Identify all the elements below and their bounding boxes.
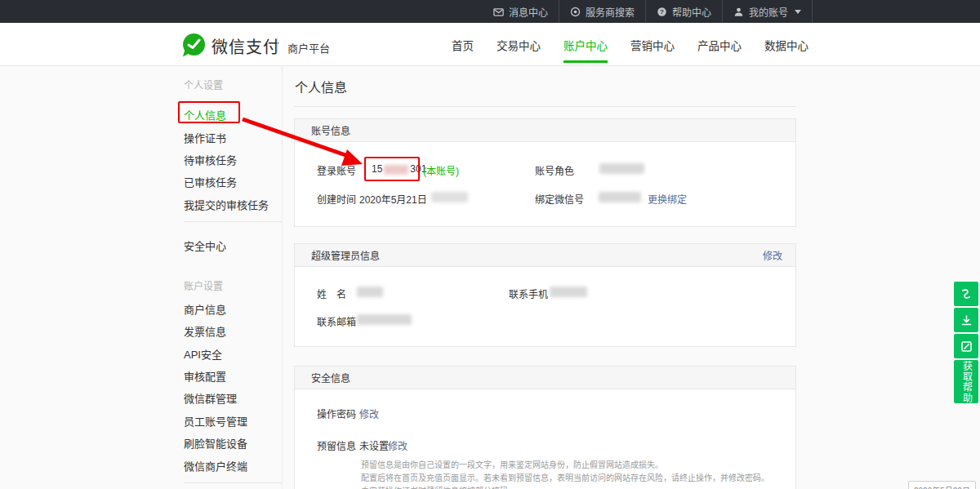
redacted-account-role	[599, 163, 644, 174]
security-info-header: 安全信息	[295, 367, 795, 389]
check-icon	[187, 38, 201, 51]
sidebar-item-review-config[interactable]: 审核配置	[184, 368, 226, 384]
sidebar-item-reviewed[interactable]: 已审核任务	[184, 174, 237, 189]
topbar-item-my-account[interactable]: 我的账号	[723, 0, 813, 23]
section-title: 安全信息	[311, 371, 350, 385]
sidebar-group-personal-settings: 个人设置	[184, 78, 223, 91]
brand-name: 微信支付	[212, 34, 280, 58]
email-label: 联系邮箱	[317, 314, 356, 328]
merchant-platform-page: 消息中心 服务商搜索 ? 帮助中心	[0, 0, 980, 489]
topbar-item-message-center[interactable]: 消息中心	[482, 0, 559, 23]
sidebar-item-personal-info[interactable]: 个人信息	[184, 107, 226, 122]
section-title: 账号信息	[311, 123, 350, 137]
created-time-label: 创建时间	[317, 192, 356, 206]
bind-wechat-label: 绑定微信号	[535, 192, 584, 206]
float-download-button[interactable]	[954, 308, 978, 332]
password-modify-link[interactable]: 修改	[359, 407, 379, 420]
header-separator	[277, 38, 278, 52]
admin-modify-link[interactable]: 修改	[763, 248, 782, 262]
operation-password-label: 操作密码	[317, 407, 356, 420]
account-info-header: 账号信息	[295, 119, 795, 142]
reserved-info-desc-line2: 配置后将在首页及充值页面显示。若未看到预留信息，表明当前访问的网站存在风险，请终…	[361, 471, 769, 483]
active-nav-underline	[564, 60, 608, 63]
section-title: 超级管理员信息	[311, 248, 380, 262]
chevron-down-icon	[795, 10, 801, 14]
sidebar-item-api-security[interactable]: API安全	[184, 346, 222, 362]
nav-marketing-center[interactable]: 营销中心	[630, 37, 675, 53]
sidebar-rule	[184, 221, 282, 222]
nav-home[interactable]: 首页	[452, 37, 474, 53]
admin-info-card: 超级管理员信息 修改 姓 名 联系手机 联系邮箱	[294, 243, 796, 347]
redacted-wechat-id	[599, 192, 641, 202]
sidebar-item-wechat-group-mgmt[interactable]: 微信群管理	[184, 390, 237, 406]
sidebar-item-invoice-info[interactable]: 发票信息	[184, 323, 226, 339]
search-circle-icon	[570, 7, 581, 17]
sidebar-item-security-center[interactable]: 安全中心	[184, 238, 226, 253]
main-nav: 首页 交易中心 账户中心 营销中心 产品中心 数据中心	[452, 23, 808, 66]
edit-icon	[960, 340, 973, 353]
date-tooltip: 2020年5月22日	[908, 481, 976, 489]
header: 微信支付 商户平台 首页 交易中心 账户中心 营销中心 产品中心 数据中心	[0, 23, 980, 66]
wechat-pay-logo[interactable]	[183, 33, 205, 56]
topbar-item-help-center[interactable]: ? 帮助中心	[646, 0, 723, 23]
reserved-info-desc-line1: 预留信息是由你自己设置的一段文字，用来鉴定网站身份，防止假冒网站造成损失。	[361, 458, 663, 470]
portal-name: 商户平台	[287, 40, 330, 56]
sidebar-item-merchant-info[interactable]: 商户信息	[184, 301, 226, 317]
created-time-value: 2020年5月21日	[359, 192, 427, 206]
admin-info-header: 超级管理员信息 修改	[295, 244, 795, 267]
sidebar-item-my-submitted-review[interactable]: 我提交的审核任务	[184, 197, 269, 212]
phone-label: 联系手机	[509, 287, 548, 300]
reserved-modify-link[interactable]: 修改	[388, 438, 408, 452]
float-support-button[interactable]	[954, 282, 978, 306]
svg-text:?: ?	[660, 8, 664, 16]
topbar-menu: 消息中心 服务商搜索 ? 帮助中心	[482, 0, 813, 23]
topbar-item-provider-search[interactable]: 服务商搜索	[559, 0, 646, 23]
name-label: 姓 名	[317, 287, 346, 300]
nav-product-center[interactable]: 产品中心	[697, 37, 742, 53]
support-link-icon	[960, 287, 973, 300]
sidebar-item-staff-account-mgmt[interactable]: 员工账号管理	[184, 413, 247, 429]
download-icon	[960, 314, 973, 327]
float-feedback-button[interactable]	[954, 334, 978, 358]
reserved-info-desc-line3: 未安装操作证书时预留信息将被部分掩码。	[361, 484, 516, 489]
nav-account-center[interactable]: 账户中心	[564, 37, 608, 53]
login-prefix: 15	[372, 163, 382, 175]
topbar-item-label: 帮助中心	[672, 5, 711, 19]
sidebar-divider	[282, 66, 283, 489]
mail-icon	[493, 7, 504, 17]
account-role-label: 账号角色	[535, 163, 574, 177]
redacted-created-time	[431, 192, 468, 202]
sidebar-rule	[184, 482, 282, 483]
nav-label: 账户中心	[564, 40, 608, 52]
redacted-email	[357, 314, 412, 325]
page-title: 个人信息	[295, 77, 347, 96]
float-get-help-button[interactable]: 获取帮助	[954, 360, 978, 403]
title-rule	[294, 106, 796, 107]
sidebar-item-pending-review[interactable]: 待审核任务	[184, 152, 237, 167]
redacted-phone	[550, 287, 587, 297]
rebind-link[interactable]: 更换绑定	[648, 192, 687, 206]
account-info-card: 账号信息 登录账号 15301 (本账号) 账号角色 创建时间 2020年5月2…	[294, 118, 796, 227]
nav-data-center[interactable]: 数据中心	[764, 37, 808, 53]
current-account-tag: (本账号)	[423, 163, 459, 177]
topbar-item-label: 我的账号	[749, 5, 788, 19]
topbar-item-label: 消息中心	[509, 5, 548, 19]
sidebar-item-operation-cert[interactable]: 操作证书	[184, 130, 226, 145]
topbar-item-label: 服务商搜索	[586, 5, 635, 19]
reserved-info-label: 预留信息	[317, 438, 356, 452]
security-info-card: 安全信息 操作密码 修改 预留信息 未设置 修改 预留信息是由你自己设置的一段文…	[294, 366, 796, 489]
login-account-value: 15301	[372, 163, 426, 175]
nav-trade-center[interactable]: 交易中心	[497, 37, 541, 53]
sidebar-item-face-device[interactable]: 刷脸智能设备	[184, 435, 247, 451]
reserved-info-status: 未设置	[359, 438, 389, 452]
topbar: 消息中心 服务商搜索 ? 帮助中心	[0, 0, 980, 23]
help-icon: ?	[657, 7, 667, 17]
redacted-name	[357, 287, 383, 297]
redacted-login-digits	[384, 165, 408, 175]
user-icon	[733, 7, 744, 17]
login-account-label: 登录账号	[317, 163, 356, 177]
sidebar-item-merchant-terminal[interactable]: 微信商户终端	[184, 458, 247, 473]
sidebar-group-account-settings: 账户设置	[184, 278, 223, 292]
